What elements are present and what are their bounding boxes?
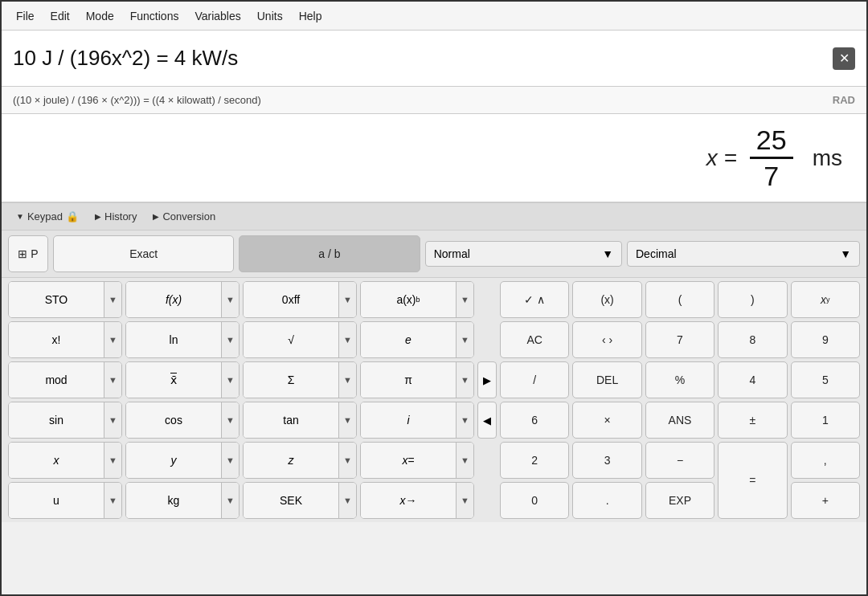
seven-button[interactable]: 7: [645, 321, 714, 358]
two-button[interactable]: 2: [500, 442, 569, 479]
comma-button[interactable]: ,: [791, 442, 860, 479]
del-button[interactable]: DEL: [572, 361, 641, 398]
normal-dropdown-arrow: ▼: [602, 247, 613, 260]
keypad-modes: ⊞ P Exact a / b Normal ▼ Decimal ▼: [2, 231, 866, 278]
ans-button[interactable]: ANS: [645, 402, 714, 439]
formula-input[interactable]: [13, 46, 833, 71]
plus-button[interactable]: +: [791, 482, 860, 519]
pi-button[interactable]: π▼: [360, 361, 474, 398]
divide-button[interactable]: /: [500, 361, 569, 398]
x-button[interactable]: x▼: [8, 442, 122, 479]
u-button[interactable]: u▼: [8, 482, 122, 519]
right-keys: ✓ ∧ (x) ( ) xy AC ‹ › 7 8 9 / DEL % 4 5 …: [500, 281, 860, 519]
sqrt-button[interactable]: √▼: [243, 321, 357, 358]
arrow-column: ▶ ◀: [477, 281, 497, 519]
0xff-button[interactable]: 0xff▼: [243, 281, 357, 318]
times-button[interactable]: ×: [572, 402, 641, 439]
panel-tabs: ▼ Keypad 🔒 ▶ History ▶ Conversion: [2, 203, 866, 231]
keypad-arrow-icon: ▼: [16, 212, 24, 221]
ab-mode-button[interactable]: a / b: [239, 235, 420, 272]
result-unit: ms: [813, 145, 842, 171]
y-button[interactable]: y▼: [125, 442, 240, 479]
bottom-panel: ▼ Keypad 🔒 ▶ History ▶ Conversion ⊞ P Ex…: [2, 202, 866, 522]
conversion-tab-label: Conversion: [162, 210, 215, 222]
xarrow-button[interactable]: x →▼: [360, 482, 474, 519]
result-fraction: 25 7: [750, 126, 793, 190]
plusminus-button[interactable]: ±: [718, 402, 787, 439]
scroll-right-button[interactable]: ▶: [477, 361, 497, 398]
keypad-tab[interactable]: ▼ Keypad 🔒: [10, 208, 85, 225]
scroll-left-button[interactable]: ◀: [477, 402, 497, 439]
i-button[interactable]: i▼: [360, 402, 474, 439]
menu-item-mode[interactable]: Mode: [78, 6, 122, 26]
close-paren-button[interactable]: ): [718, 281, 787, 318]
exp-button[interactable]: EXP: [645, 482, 714, 519]
sek-button[interactable]: SEK▼: [243, 482, 357, 519]
decimal-dropdown-arrow: ▼: [840, 247, 851, 260]
sin-button[interactable]: sin▼: [8, 402, 122, 439]
e-button[interactable]: e▼: [360, 321, 474, 358]
clear-button[interactable]: ✕: [833, 47, 855, 70]
check-up-button[interactable]: ✓ ∧: [500, 281, 569, 318]
nine-button[interactable]: 9: [791, 321, 860, 358]
six-button[interactable]: 6: [500, 402, 569, 439]
decimal-mode-label: Decimal: [636, 247, 677, 260]
result-lhs: x =: [706, 145, 737, 171]
lparen-button[interactable]: (x): [572, 281, 641, 318]
sigma-button[interactable]: Σ▼: [243, 361, 357, 398]
axb-button[interactable]: a(x)b▼: [360, 281, 474, 318]
xy-button[interactable]: xy: [791, 281, 860, 318]
left-keys: STO▼ f(x)▼ 0xff▼ a(x)b▼ x!▼ ln▼ √▼ e▼ mo…: [8, 281, 474, 519]
dot-button[interactable]: .: [572, 482, 641, 519]
keypad-lock-icon: 🔒: [66, 210, 79, 222]
result-area: x = 25 7 ms: [2, 114, 866, 202]
result-denominator: 7: [757, 159, 785, 190]
menu-item-functions[interactable]: Functions: [122, 6, 187, 26]
ln-button[interactable]: ln▼: [125, 321, 240, 358]
tan-button[interactable]: tan▼: [243, 402, 357, 439]
percent-button[interactable]: %: [645, 361, 714, 398]
menu-item-help[interactable]: Help: [291, 6, 330, 26]
normal-mode-dropdown[interactable]: Normal ▼: [425, 241, 622, 267]
four-button[interactable]: 4: [718, 361, 787, 398]
three-button[interactable]: 3: [572, 442, 641, 479]
z-button[interactable]: z▼: [243, 442, 357, 479]
equals-right-button[interactable]: =: [718, 442, 787, 519]
angle-mode-label: RAD: [833, 94, 855, 106]
conversion-tab[interactable]: ▶ Conversion: [146, 208, 222, 225]
history-tab-label: History: [104, 210, 137, 222]
fx-button[interactable]: f(x)▼: [125, 281, 240, 318]
decimal-mode-dropdown[interactable]: Decimal ▼: [627, 241, 860, 267]
menu-item-variables[interactable]: Variables: [186, 6, 248, 26]
history-arrow-icon: ▶: [95, 212, 101, 221]
mod-button[interactable]: mod▼: [8, 361, 122, 398]
open-paren-button[interactable]: (: [645, 281, 714, 318]
conversion-arrow-icon: ▶: [153, 212, 159, 221]
sto-button[interactable]: STO▼: [8, 281, 122, 318]
minus-button[interactable]: −: [645, 442, 714, 479]
keypad-tab-label: Keypad: [27, 210, 63, 222]
calc-grid: STO▼ f(x)▼ 0xff▼ a(x)b▼ x!▼ ln▼ √▼ e▼ mo…: [2, 278, 866, 522]
five-button[interactable]: 5: [791, 361, 860, 398]
normal-mode-label: Normal: [434, 247, 470, 260]
grid-icon: ⊞: [18, 247, 27, 260]
menu-item-file[interactable]: File: [8, 6, 43, 26]
history-tab[interactable]: ▶ History: [88, 208, 143, 225]
eight-button[interactable]: 8: [718, 321, 787, 358]
left-right-button[interactable]: ‹ ›: [572, 321, 641, 358]
kg-button[interactable]: kg▼: [125, 482, 240, 519]
menu-item-units[interactable]: Units: [249, 6, 291, 26]
result-display: x = 25 7 ms: [706, 126, 842, 190]
exact-mode-button[interactable]: Exact: [53, 235, 234, 272]
grid-mode-button[interactable]: ⊞ P: [8, 235, 48, 272]
one-button[interactable]: 1: [791, 402, 860, 439]
menu-item-edit[interactable]: Edit: [43, 6, 78, 26]
xeq-button[interactable]: x =▼: [360, 442, 474, 479]
cos-button[interactable]: cos▼: [125, 402, 240, 439]
xbar-button[interactable]: x̄▼: [125, 361, 240, 398]
ac-button[interactable]: AC: [500, 321, 569, 358]
xfact-button[interactable]: x!▼: [8, 321, 122, 358]
menu-bar: FileEditModeFunctionsVariablesUnitsHelp: [2, 2, 866, 31]
zero-button[interactable]: 0: [500, 482, 569, 519]
parsed-expression: ((10 × joule) / (196 × (x^2))) = ((4 × k…: [13, 94, 261, 106]
